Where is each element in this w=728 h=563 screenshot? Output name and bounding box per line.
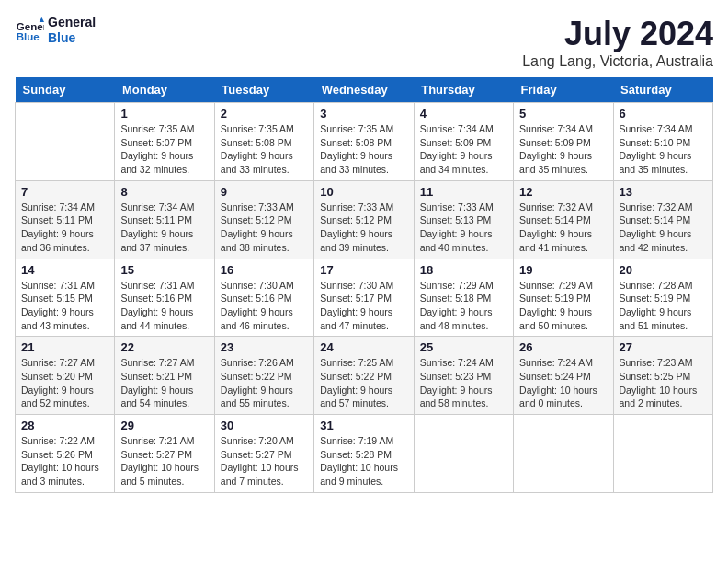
calendar-cell: 30Sunrise: 7:20 AM Sunset: 5:27 PM Dayli…	[214, 415, 313, 493]
calendar-cell: 13Sunrise: 7:32 AM Sunset: 5:14 PM Dayli…	[613, 180, 712, 259]
calendar-cell: 24Sunrise: 7:25 AM Sunset: 5:22 PM Dayli…	[314, 337, 414, 415]
day-info: Sunrise: 7:31 AM Sunset: 5:15 PM Dayligh…	[21, 279, 108, 333]
logo-icon: General Blue	[15, 16, 44, 45]
day-number: 7	[21, 185, 108, 199]
day-number: 30	[221, 419, 308, 432]
day-number: 9	[221, 185, 308, 199]
weekday-header: Monday	[115, 77, 214, 103]
logo-line1: General	[48, 15, 96, 30]
logo-line2: Blue	[48, 30, 96, 46]
day-number: 22	[120, 340, 208, 354]
weekday-header: Sunday	[16, 77, 115, 103]
day-number: 28	[21, 419, 108, 432]
day-info: Sunrise: 7:34 AM Sunset: 5:11 PM Dayligh…	[21, 201, 108, 255]
calendar-cell	[613, 415, 712, 493]
day-number: 2	[221, 107, 308, 121]
day-info: Sunrise: 7:24 AM Sunset: 5:23 PM Dayligh…	[420, 356, 507, 410]
day-info: Sunrise: 7:27 AM Sunset: 5:20 PM Dayligh…	[21, 356, 108, 410]
calendar-cell: 14Sunrise: 7:31 AM Sunset: 5:15 PM Dayli…	[16, 259, 115, 337]
calendar-cell: 25Sunrise: 7:24 AM Sunset: 5:23 PM Dayli…	[414, 337, 513, 415]
day-info: Sunrise: 7:29 AM Sunset: 5:19 PM Dayligh…	[519, 279, 607, 333]
page-header: General Blue General Blue July 2024 Lang…	[15, 15, 713, 70]
day-info: Sunrise: 7:35 AM Sunset: 5:08 PM Dayligh…	[221, 122, 308, 177]
weekday-header: Tuesday	[214, 77, 313, 103]
calendar-cell: 18Sunrise: 7:29 AM Sunset: 5:18 PM Dayli…	[414, 259, 513, 337]
day-number: 6	[620, 107, 707, 121]
calendar-cell: 17Sunrise: 7:30 AM Sunset: 5:17 PM Dayli…	[314, 259, 414, 337]
day-number: 14	[21, 263, 108, 277]
day-number: 21	[21, 340, 108, 354]
svg-marker-2	[40, 17, 44, 22]
day-info: Sunrise: 7:34 AM Sunset: 5:11 PM Dayligh…	[120, 201, 208, 255]
day-number: 25	[420, 340, 507, 354]
day-info: Sunrise: 7:32 AM Sunset: 5:14 PM Dayligh…	[620, 201, 707, 255]
day-number: 3	[320, 107, 407, 121]
weekday-header: Thursday	[414, 77, 513, 103]
day-info: Sunrise: 7:33 AM Sunset: 5:12 PM Dayligh…	[221, 201, 308, 255]
calendar-cell: 28Sunrise: 7:22 AM Sunset: 5:26 PM Dayli…	[16, 415, 115, 493]
logo: General Blue General Blue	[15, 15, 96, 46]
day-number: 8	[120, 185, 208, 199]
day-info: Sunrise: 7:30 AM Sunset: 5:17 PM Dayligh…	[320, 279, 407, 333]
day-number: 24	[320, 340, 407, 354]
day-info: Sunrise: 7:28 AM Sunset: 5:19 PM Dayligh…	[620, 279, 707, 333]
day-info: Sunrise: 7:25 AM Sunset: 5:22 PM Dayligh…	[320, 356, 407, 410]
day-number: 10	[320, 185, 407, 199]
svg-text:Blue: Blue	[17, 30, 40, 41]
calendar-cell: 8Sunrise: 7:34 AM Sunset: 5:11 PM Daylig…	[115, 180, 214, 259]
calendar-cell: 12Sunrise: 7:32 AM Sunset: 5:14 PM Dayli…	[514, 180, 613, 259]
calendar-week-row: 1Sunrise: 7:35 AM Sunset: 5:07 PM Daylig…	[16, 103, 713, 181]
day-info: Sunrise: 7:21 AM Sunset: 5:27 PM Dayligh…	[120, 434, 208, 488]
day-info: Sunrise: 7:34 AM Sunset: 5:09 PM Dayligh…	[420, 122, 507, 177]
day-info: Sunrise: 7:29 AM Sunset: 5:18 PM Dayligh…	[420, 279, 507, 333]
calendar-cell: 21Sunrise: 7:27 AM Sunset: 5:20 PM Dayli…	[16, 337, 115, 415]
day-number: 18	[420, 263, 507, 277]
calendar-cell: 26Sunrise: 7:24 AM Sunset: 5:24 PM Dayli…	[514, 337, 613, 415]
day-info: Sunrise: 7:19 AM Sunset: 5:28 PM Dayligh…	[320, 434, 407, 488]
day-number: 16	[221, 263, 308, 277]
calendar-cell: 20Sunrise: 7:28 AM Sunset: 5:19 PM Dayli…	[613, 259, 712, 337]
calendar-week-row: 7Sunrise: 7:34 AM Sunset: 5:11 PM Daylig…	[16, 180, 713, 259]
day-info: Sunrise: 7:24 AM Sunset: 5:24 PM Dayligh…	[519, 356, 607, 410]
day-info: Sunrise: 7:22 AM Sunset: 5:26 PM Dayligh…	[21, 434, 108, 488]
calendar-cell: 27Sunrise: 7:23 AM Sunset: 5:25 PM Dayli…	[613, 337, 712, 415]
day-number: 15	[120, 263, 208, 277]
weekday-header: Wednesday	[314, 77, 414, 103]
day-number: 29	[120, 419, 208, 432]
calendar-cell: 16Sunrise: 7:30 AM Sunset: 5:16 PM Dayli…	[214, 259, 313, 337]
day-info: Sunrise: 7:33 AM Sunset: 5:12 PM Dayligh…	[320, 201, 407, 255]
calendar-week-row: 14Sunrise: 7:31 AM Sunset: 5:15 PM Dayli…	[16, 259, 713, 337]
weekday-header: Friday	[514, 77, 613, 103]
day-info: Sunrise: 7:32 AM Sunset: 5:14 PM Dayligh…	[519, 201, 607, 255]
calendar-week-row: 21Sunrise: 7:27 AM Sunset: 5:20 PM Dayli…	[16, 337, 713, 415]
calendar-cell: 29Sunrise: 7:21 AM Sunset: 5:27 PM Dayli…	[115, 415, 214, 493]
day-number: 4	[420, 107, 507, 121]
calendar-table: SundayMondayTuesdayWednesdayThursdayFrid…	[15, 77, 713, 493]
day-number: 1	[120, 107, 208, 121]
calendar-cell: 5Sunrise: 7:34 AM Sunset: 5:09 PM Daylig…	[514, 103, 613, 181]
calendar-cell: 2Sunrise: 7:35 AM Sunset: 5:08 PM Daylig…	[214, 103, 313, 181]
day-info: Sunrise: 7:35 AM Sunset: 5:08 PM Dayligh…	[320, 122, 407, 177]
calendar-cell: 23Sunrise: 7:26 AM Sunset: 5:22 PM Dayli…	[214, 337, 313, 415]
day-number: 17	[320, 263, 407, 277]
calendar-cell: 9Sunrise: 7:33 AM Sunset: 5:12 PM Daylig…	[214, 180, 313, 259]
calendar-cell: 31Sunrise: 7:19 AM Sunset: 5:28 PM Dayli…	[314, 415, 414, 493]
calendar-cell	[16, 103, 115, 181]
calendar-cell: 1Sunrise: 7:35 AM Sunset: 5:07 PM Daylig…	[115, 103, 214, 181]
day-info: Sunrise: 7:34 AM Sunset: 5:10 PM Dayligh…	[620, 122, 707, 177]
day-number: 5	[519, 107, 607, 121]
location-title: Lang Lang, Victoria, Australia	[522, 53, 713, 70]
calendar-cell: 3Sunrise: 7:35 AM Sunset: 5:08 PM Daylig…	[314, 103, 414, 181]
calendar-cell: 22Sunrise: 7:27 AM Sunset: 5:21 PM Dayli…	[115, 337, 214, 415]
day-number: 20	[620, 263, 707, 277]
calendar-week-row: 28Sunrise: 7:22 AM Sunset: 5:26 PM Dayli…	[16, 415, 713, 493]
title-area: July 2024 Lang Lang, Victoria, Australia	[522, 15, 713, 70]
calendar-cell: 15Sunrise: 7:31 AM Sunset: 5:16 PM Dayli…	[115, 259, 214, 337]
day-number: 23	[221, 340, 308, 354]
day-number: 11	[420, 185, 507, 199]
day-number: 12	[519, 185, 607, 199]
day-info: Sunrise: 7:33 AM Sunset: 5:13 PM Dayligh…	[420, 201, 507, 255]
calendar-cell	[514, 415, 613, 493]
day-info: Sunrise: 7:27 AM Sunset: 5:21 PM Dayligh…	[120, 356, 208, 410]
day-number: 27	[620, 340, 707, 354]
